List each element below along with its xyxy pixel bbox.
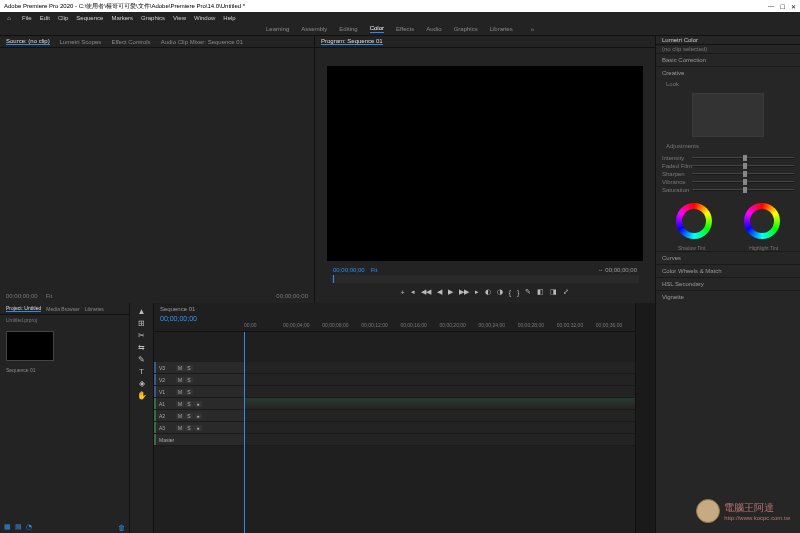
tab-source[interactable]: Source: (no clip): [6, 38, 50, 45]
track-record[interactable]: ●: [194, 425, 202, 431]
track-record[interactable]: ●: [194, 413, 202, 419]
track-record[interactable]: ●: [194, 401, 202, 407]
section-vignette[interactable]: Vignette: [656, 290, 800, 303]
transport-btn[interactable]: ◧: [537, 288, 544, 296]
menu-edit[interactable]: Edit: [40, 15, 50, 21]
menu-file[interactable]: File: [22, 15, 32, 21]
minimize-button[interactable]: —: [768, 3, 774, 10]
workspace-libraries[interactable]: Libraries: [490, 26, 513, 32]
slider-saturation[interactable]: [692, 189, 794, 191]
play-button[interactable]: ▶: [448, 288, 453, 296]
transport-btn[interactable]: ▸: [475, 288, 479, 296]
workspace-overflow-icon[interactable]: »: [531, 26, 534, 32]
sequence-thumbnail[interactable]: [6, 331, 54, 361]
track-name[interactable]: V1: [159, 389, 173, 395]
workspace-graphics[interactable]: Graphics: [454, 26, 478, 32]
menu-window[interactable]: Window: [194, 15, 215, 21]
track-lock[interactable]: S: [185, 377, 193, 383]
project-list-icon[interactable]: ▤: [15, 523, 22, 531]
transport-btn[interactable]: {: [509, 289, 511, 296]
pen-tool[interactable]: ✎: [138, 355, 145, 364]
track-v2-area[interactable]: [244, 374, 635, 385]
workspace-color[interactable]: Color: [370, 25, 384, 33]
track-mute[interactable]: M: [176, 401, 184, 407]
menu-view[interactable]: View: [173, 15, 186, 21]
track-a1-area[interactable]: [244, 398, 635, 409]
workspace-editing[interactable]: Editing: [339, 26, 357, 32]
section-creative[interactable]: Creative: [656, 66, 800, 79]
slider-intensity[interactable]: [692, 157, 794, 159]
transport-btn[interactable]: ▶▶: [459, 288, 469, 296]
track-lock[interactable]: S: [185, 389, 193, 395]
menu-sequence[interactable]: Sequence: [76, 15, 103, 21]
color-wheel-highlight[interactable]: [744, 203, 780, 239]
menu-clip[interactable]: Clip: [58, 15, 68, 21]
menu-graphics[interactable]: Graphics: [141, 15, 165, 21]
track-v3-area[interactable]: [244, 362, 635, 373]
transport-btn[interactable]: ✎: [525, 288, 531, 296]
track-solo[interactable]: S: [185, 425, 193, 431]
workspace-audio[interactable]: Audio: [426, 26, 441, 32]
track-solo[interactable]: S: [185, 413, 193, 419]
track-lock[interactable]: S: [185, 365, 193, 371]
program-viewer[interactable]: [327, 66, 643, 261]
tab-libraries[interactable]: Libraries: [85, 306, 104, 312]
track-master-area[interactable]: [244, 434, 635, 445]
tab-lumetri-scopes[interactable]: Lumetri Scopes: [60, 39, 102, 45]
color-wheel-shadow[interactable]: [676, 203, 712, 239]
transport-btn[interactable]: }: [517, 289, 519, 296]
track-select-tool[interactable]: ⊞: [138, 319, 145, 328]
track-toggle[interactable]: M: [176, 365, 184, 371]
tab-program[interactable]: Program: Sequence 01: [321, 38, 383, 45]
track-toggle[interactable]: M: [176, 389, 184, 395]
menu-markers[interactable]: Markers: [111, 15, 133, 21]
track-name[interactable]: A2: [159, 413, 173, 419]
audio-meter[interactable]: [636, 303, 656, 533]
type-tool[interactable]: T: [139, 367, 144, 376]
track-a3-area[interactable]: [244, 422, 635, 433]
track-name[interactable]: V3: [159, 365, 173, 371]
section-basic-correction[interactable]: Basic Correction: [656, 53, 800, 66]
timeline-playhead[interactable]: [244, 332, 245, 533]
transport-btn[interactable]: +: [401, 289, 405, 296]
tab-project[interactable]: Project: Untitled: [6, 305, 41, 312]
program-fit[interactable]: Fit: [371, 267, 378, 273]
tab-media-browser[interactable]: Media Browser: [46, 306, 79, 312]
section-color-wheels[interactable]: Color Wheels & Match: [656, 264, 800, 277]
transport-btn[interactable]: ◑: [497, 288, 503, 296]
track-name[interactable]: Master: [159, 437, 173, 443]
transport-btn[interactable]: ⤢: [563, 288, 569, 296]
selection-tool[interactable]: ▲: [138, 307, 146, 316]
slider-faded[interactable]: [692, 165, 794, 167]
track-v1-area[interactable]: [244, 386, 635, 397]
menu-help[interactable]: Help: [223, 15, 235, 21]
source-viewer[interactable]: [0, 48, 314, 289]
close-button[interactable]: ✕: [791, 3, 796, 10]
maximize-button[interactable]: ☐: [780, 3, 785, 10]
program-zoom-icon[interactable]: ↔: [598, 267, 604, 273]
tab-audio-mixer[interactable]: Audio Clip Mixer: Sequence 01: [161, 39, 243, 45]
workspace-learning[interactable]: Learning: [266, 26, 289, 32]
track-name[interactable]: A3: [159, 425, 173, 431]
transport-btn[interactable]: ◨: [550, 288, 557, 296]
project-view-icon[interactable]: ▦: [4, 523, 11, 531]
track-a2-area[interactable]: [244, 410, 635, 421]
slider-vibrance[interactable]: [692, 181, 794, 183]
sequence-name[interactable]: Sequence 01: [6, 367, 129, 373]
timeline-playhead-time[interactable]: 00;00;00;00: [154, 315, 635, 322]
timeline-sequence-tab[interactable]: Sequence 01: [160, 306, 195, 312]
track-solo[interactable]: S: [185, 401, 193, 407]
tab-effect-controls[interactable]: Effect Controls: [111, 39, 150, 45]
track-name[interactable]: A1: [159, 401, 173, 407]
transport-btn[interactable]: ◀: [437, 288, 442, 296]
razor-tool[interactable]: ✂: [138, 331, 145, 340]
program-time-left[interactable]: 00;00;00;00: [333, 267, 365, 273]
track-mute[interactable]: M: [176, 425, 184, 431]
program-scrubber[interactable]: [331, 275, 639, 283]
creative-look-preview[interactable]: [692, 93, 764, 137]
slip-tool[interactable]: ⇆: [138, 343, 145, 352]
transport-btn[interactable]: ◂: [411, 288, 415, 296]
source-zoom[interactable]: Fit: [46, 293, 53, 299]
transport-btn[interactable]: ◐: [485, 288, 491, 296]
rectangle-tool[interactable]: ◈: [139, 379, 145, 388]
